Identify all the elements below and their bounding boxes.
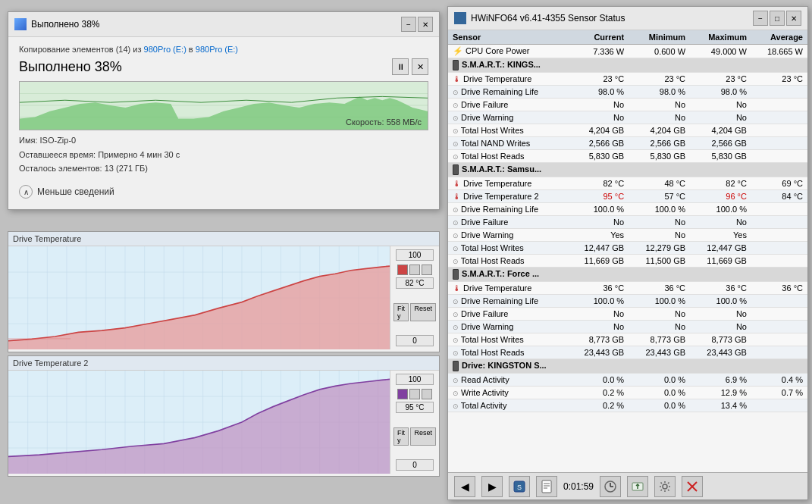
- close-button[interactable]: ✕: [418, 17, 433, 32]
- sensor-maximum-cell: Yes: [690, 229, 751, 242]
- table-row: ⊙ Drive WarningNoNoNo: [448, 111, 807, 124]
- copy-main-title: Выполнено 38%: [19, 59, 122, 75]
- sensor-maximum-cell: 98.0 %: [690, 86, 751, 99]
- table-row: ⊙ Total Host Reads5,830 GB5,830 GB5,830 …: [448, 150, 807, 163]
- export-icon: [631, 480, 644, 493]
- time-remaining-label: Оставшееся время: Примерно 4 мин 30 с: [19, 148, 428, 162]
- section-header-row: S.M.A.R.T.: Samsu...: [448, 163, 807, 177]
- section-header-row: S.M.A.R.T.: KINGS...: [448, 58, 807, 73]
- status-settings-button[interactable]: [654, 476, 676, 497]
- sensor-minimum-cell: 12,279 GB: [629, 242, 690, 255]
- sensor-maximum-cell: No: [690, 216, 751, 229]
- status-forward-button[interactable]: ▶: [481, 476, 503, 497]
- chart2-svg: [8, 371, 390, 474]
- status-time: 0:01:59: [563, 481, 594, 492]
- table-row: 🌡 Drive Temperature 295 °C57 °C96 °C84 °…: [448, 190, 807, 203]
- sensor-name-combined-cell: ⊙ Total Host Writes: [448, 242, 567, 255]
- sensor-minimum-cell: 5,830 GB: [629, 150, 690, 163]
- chart-panel-2: Drive Temperature 2: [8, 355, 440, 477]
- chart1-min: 0: [396, 335, 434, 346]
- expand-icon: ∧: [19, 185, 33, 199]
- sensor-current-cell: No: [567, 216, 629, 229]
- chart2-color-box[interactable]: [397, 389, 408, 399]
- chart2-color-box3[interactable]: [422, 389, 432, 399]
- status-back-button[interactable]: ◀: [454, 476, 475, 497]
- status-sensor-button[interactable]: S: [509, 476, 530, 497]
- status-export-button[interactable]: [627, 476, 648, 497]
- expand-details-button[interactable]: ∧ Меньше сведений: [19, 182, 428, 202]
- hwinfo-title: HWiNFO64 v6.41-4355 Sensor Status: [471, 13, 625, 23]
- circle-icon: ⊙: [453, 337, 459, 344]
- sensor-current-cell: 11,669 GB: [567, 255, 629, 268]
- sensor-icon: S: [513, 480, 526, 493]
- sensor-maximum-cell: 12.9 %: [690, 387, 751, 399]
- chart1-graph: [8, 246, 390, 349]
- chart2-graph: [8, 371, 390, 474]
- thermometer-icon: 🌡: [453, 74, 461, 83]
- chart2-min: 0: [396, 459, 434, 471]
- table-row: ⊙ Drive FailureNoNoNo: [448, 308, 807, 321]
- chart2-btn-row: Fit y Reset: [393, 427, 436, 446]
- sensor-maximum-cell: 6.9 %: [690, 374, 751, 387]
- hwinfo-minimize-button[interactable]: −: [753, 11, 768, 26]
- table-row: ⊙ Drive FailureNoNoNo: [448, 99, 807, 111]
- sensor-average-cell: [751, 321, 807, 333]
- sensor-minimum-cell: 0.600 W: [629, 45, 690, 58]
- section-header-cell: S.M.A.R.T.: Force ...: [448, 268, 807, 282]
- sensor-average-cell: [751, 242, 807, 255]
- chart1-fity-button[interactable]: Fit y: [393, 303, 409, 321]
- sensor-maximum-cell: No: [690, 321, 751, 333]
- sensor-name-combined-cell: ⊙ Total NAND Writes: [448, 137, 567, 150]
- sensor-minimum-cell: No: [629, 308, 690, 321]
- chart1-color-box[interactable]: [397, 265, 408, 275]
- sensor-minimum-cell: 0.0 %: [629, 399, 690, 412]
- sensor-average-cell: 84 °C: [751, 190, 807, 203]
- items-remaining-label: Осталось элементов: 13 (271 ГБ): [19, 161, 428, 176]
- sensor-name-combined-cell: 🌡 Drive Temperature: [448, 177, 567, 190]
- table-row: ⊙ Total NAND Writes2,566 GB2,566 GB2,566…: [448, 137, 807, 150]
- sensor-table-container[interactable]: Sensor Current Minimum Maximum Average ⚡…: [448, 30, 807, 472]
- chart1-color-box3[interactable]: [422, 265, 432, 275]
- col-maximum: Maximum: [690, 30, 751, 45]
- hwinfo-panel: HWiNFO64 v6.41-4355 Sensor Status − □ ✕ …: [447, 6, 808, 500]
- chart2-color-box2[interactable]: [409, 389, 420, 399]
- sensor-current-cell: 8,773 GB: [567, 333, 629, 346]
- section-header-row: Drive: KINGSTON S...: [448, 359, 807, 374]
- source-link[interactable]: 980Pro (E:): [144, 45, 187, 54]
- sensor-name-combined-cell: ⊙ Total Host Reads: [448, 346, 567, 359]
- minimize-button[interactable]: −: [401, 17, 416, 32]
- copy-controls: ⏸ ✕: [392, 58, 428, 75]
- status-clock-icon-button[interactable]: [600, 476, 621, 497]
- sensor-minimum-cell: 100.0 %: [629, 203, 690, 216]
- cancel-copy-button[interactable]: ✕: [412, 58, 428, 75]
- chart1-color-box2[interactable]: [409, 265, 420, 275]
- sensor-average-cell: [751, 150, 807, 163]
- circle-icon: ⊙: [453, 89, 459, 96]
- section-header-text: S.M.A.R.T.: Force ...: [462, 269, 539, 278]
- status-close-button[interactable]: [682, 476, 703, 497]
- chart2-colors: [397, 389, 432, 399]
- sensor-maximum-cell: 82 °C: [690, 177, 751, 190]
- table-row: 🌡 Drive Temperature23 °C23 °C23 °C23 °C: [448, 73, 807, 86]
- hwinfo-close-button[interactable]: ✕: [786, 11, 801, 26]
- chart2-controls: 100 95 °C Fit y Reset 0: [390, 371, 439, 474]
- sensor-current-cell: 23 °C: [567, 73, 629, 86]
- chart2-reset-button[interactable]: Reset: [410, 427, 436, 446]
- copy-dialog: Выполнено 38% − ✕ Копирование элементов …: [8, 11, 440, 210]
- cpu-icon: ⚡: [453, 46, 463, 55]
- status-report-button[interactable]: [536, 476, 557, 497]
- chart2-fity-button[interactable]: Fit y: [393, 427, 409, 446]
- sensor-maximum-cell: 36 °C: [690, 282, 751, 295]
- hwinfo-restore-button[interactable]: □: [770, 11, 785, 26]
- table-row: ⊙ Drive Remaining Life98.0 %98.0 %98.0 %: [448, 86, 807, 99]
- chart1-reset-button[interactable]: Reset: [410, 303, 436, 321]
- section-header-row: S.M.A.R.T.: Force ...: [448, 268, 807, 282]
- dest-link[interactable]: 980Pro (E:): [196, 45, 238, 54]
- sensor-current-cell: 7.336 W: [567, 45, 629, 58]
- circle-icon: ⊙: [453, 232, 459, 239]
- chart2-max: 100: [396, 374, 434, 385]
- pause-button[interactable]: ⏸: [392, 58, 409, 75]
- sensor-current-cell: 100.0 %: [567, 295, 629, 308]
- table-row: ⊙ Total Host Writes12,447 GB12,279 GB12,…: [448, 242, 807, 255]
- circle-icon: ⊙: [453, 127, 459, 135]
